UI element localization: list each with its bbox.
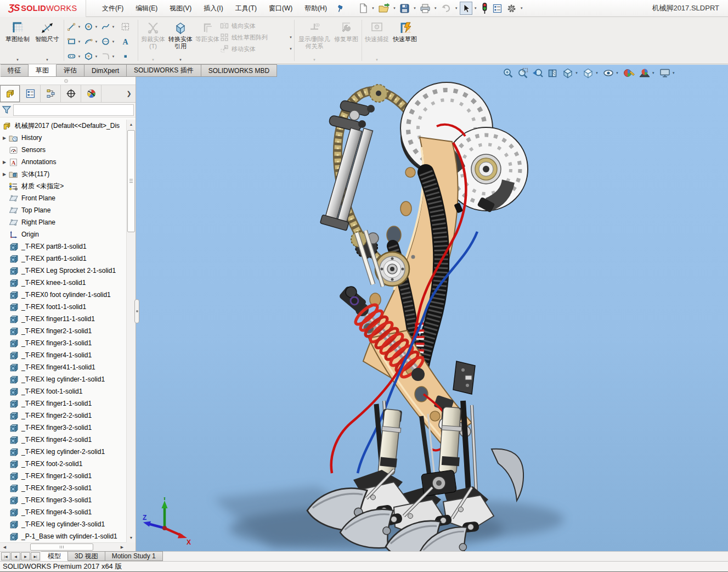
smart-dimension-button[interactable]: 智能尺寸 <box>32 17 62 64</box>
menu-item[interactable]: 文件(F) <box>96 0 129 16</box>
filter-funnel-icon[interactable] <box>2 105 12 115</box>
tree-item[interactable]: _T-REX leg cylinder-3-solid1 <box>0 518 126 530</box>
panel-resize-dot[interactable] <box>64 79 68 83</box>
convert-entities-button[interactable]: 转换实体引用 <box>166 17 195 64</box>
new-file-icon[interactable] <box>357 2 370 15</box>
tree-item[interactable]: _T-REX Leg Sprocket 2-1-solid1 <box>0 265 126 277</box>
spline-dropdown[interactable] <box>112 25 115 29</box>
section-view-icon[interactable] <box>547 68 558 78</box>
next-tab-button[interactable] <box>21 552 30 560</box>
tree-item[interactable]: _T-REX foot-2-solid1 <box>0 458 126 470</box>
ellipse-dropdown[interactable] <box>112 40 115 43</box>
tree-item[interactable]: _T-REX leg cylinder-2-solid1 <box>0 446 126 458</box>
line-tool-icon[interactable] <box>66 19 83 34</box>
settings-gear-icon[interactable] <box>505 2 518 15</box>
command-tab[interactable]: 评估 <box>57 64 84 77</box>
scroll-down-icon[interactable] <box>127 534 136 542</box>
print-dropdown[interactable] <box>434 7 437 10</box>
tab-configurationmanager[interactable] <box>41 85 61 102</box>
menu-item[interactable]: 帮助(H) <box>298 0 333 16</box>
smart-dimension-dropdown[interactable] <box>46 58 49 61</box>
tree-item[interactable]: _T-REX part8-1-solid1 <box>0 240 126 253</box>
select-tool[interactable] <box>460 2 472 15</box>
tree-item[interactable]: _T-REX0 foot cylinder-1-solid1 <box>0 289 126 301</box>
tree-item[interactable]: Annotations <box>0 156 126 168</box>
previous-tab-button[interactable] <box>11 552 20 560</box>
view-settings-dropdown[interactable] <box>672 71 675 75</box>
ellipse-tool-icon[interactable] <box>100 34 117 49</box>
study-tab[interactable]: 3D 视图 <box>68 551 105 561</box>
tree-item[interactable]: _T-REX leg cylinder-1-solid1 <box>0 373 126 385</box>
tree-item[interactable]: _T-REX finger4-1-solid1 <box>0 349 126 361</box>
save-icon[interactable] <box>398 2 411 15</box>
text-tool-icon[interactable]: A <box>117 34 134 49</box>
tree-item[interactable]: _T-REX finger3-2-solid1 <box>0 422 126 434</box>
sketch-dropdown[interactable] <box>16 58 19 61</box>
tree-item[interactable]: Right Plane <box>0 216 126 228</box>
scroll-left-icon[interactable] <box>1 543 9 551</box>
tree-item[interactable]: _T-REX finger1-1-solid1 <box>0 397 126 410</box>
tab-displaymanager[interactable] <box>81 85 101 102</box>
polygon-tool-icon[interactable] <box>83 49 100 64</box>
tree-item[interactable]: _T-REX foot1-1-solid1 <box>0 301 126 313</box>
tree-item[interactable]: _T-REX finger2-2-solid1 <box>0 410 126 422</box>
tree-item[interactable]: _T-REX finger3-3-solid1 <box>0 494 126 506</box>
view-orientation-dropdown[interactable] <box>575 71 578 75</box>
sketch-picture-icon[interactable] <box>117 19 134 34</box>
tree-item[interactable]: _T-REX foot-1-solid1 <box>0 385 126 397</box>
tree-root-item[interactable]: 机械脚2017 (Default<<Default>_Dis <box>0 120 126 132</box>
spline-tool-icon[interactable] <box>100 19 117 34</box>
tab-featuremanager[interactable] <box>0 85 20 102</box>
arc-tool-icon[interactable] <box>83 34 100 49</box>
sketch-button[interactable]: 草图绘制 <box>3 17 32 64</box>
study-tab[interactable]: 模型 <box>41 551 68 561</box>
menu-item[interactable]: 插入(I) <box>197 0 229 16</box>
command-tab[interactable]: SOLIDWORKS 插件 <box>127 64 201 77</box>
zoom-area-icon[interactable] <box>517 68 528 78</box>
circle-tool-icon[interactable] <box>83 19 100 34</box>
view-orientation-icon[interactable] <box>562 68 578 78</box>
scroll-right-icon[interactable] <box>118 543 126 551</box>
display-style-dropdown[interactable] <box>595 71 599 75</box>
new-file-dropdown[interactable] <box>371 7 375 10</box>
apply-scene-icon[interactable] <box>639 68 655 78</box>
view-settings-icon[interactable] <box>659 68 675 78</box>
print-icon[interactable] <box>418 2 432 15</box>
expand-arrow-icon[interactable] <box>3 172 9 177</box>
tree-item[interactable]: _T-REX finger2-1-solid1 <box>0 325 126 337</box>
menu-item[interactable]: 工具(T) <box>229 0 263 16</box>
filter-input[interactable] <box>13 104 134 116</box>
tree-item[interactable]: _T-REX finger41-1-solid1 <box>0 361 126 373</box>
tree-item[interactable]: Origin <box>0 228 126 240</box>
tree-vertical-scrollbar[interactable] <box>126 120 136 542</box>
tree-item[interactable]: History <box>0 132 126 144</box>
task-list-icon[interactable] <box>490 2 504 15</box>
rectangle-tool-icon[interactable] <box>66 34 83 49</box>
tree-item[interactable]: Front Plane <box>0 192 126 204</box>
tree-item[interactable]: 材质 <未指定> <box>0 180 126 192</box>
rectangle-dropdown[interactable] <box>78 40 81 43</box>
rapid-sketch-button[interactable]: 快速草图 <box>390 17 420 64</box>
graphics-viewport[interactable]: Y Z X <box>136 65 728 551</box>
command-tab[interactable]: DimXpert <box>84 64 127 77</box>
tree-item[interactable]: _T-REX part6-1-solid1 <box>0 253 126 265</box>
horizontal-scroll-thumb[interactable] <box>30 543 93 551</box>
slot-dropdown[interactable] <box>78 55 81 58</box>
first-tab-button[interactable] <box>1 552 10 560</box>
command-tab[interactable]: SOLIDWORKS MBD <box>201 64 277 77</box>
last-tab-button[interactable] <box>31 552 40 560</box>
tree-item[interactable]: _T-REX finger4-2-solid1 <box>0 434 126 446</box>
tree-item[interactable]: _P-1_Base with cylinder-1-solid1 <box>0 530 126 542</box>
edit-appearance-icon[interactable] <box>623 68 635 78</box>
select-tool-dropdown[interactable] <box>474 7 477 10</box>
rebuild-traffic-light-icon[interactable] <box>479 2 490 15</box>
command-tab[interactable]: 特征 <box>1 64 29 77</box>
command-tab[interactable]: 草图 <box>29 64 57 77</box>
menu-item[interactable]: 视图(V) <box>163 0 197 16</box>
zoom-fit-icon[interactable] <box>503 68 513 78</box>
hide-show-items-icon[interactable] <box>602 68 619 78</box>
point-tool-icon[interactable] <box>117 49 134 64</box>
panel-splitter-handle[interactable] <box>134 299 139 323</box>
circle-dropdown[interactable] <box>95 25 98 29</box>
pin-icon[interactable] <box>336 4 345 13</box>
